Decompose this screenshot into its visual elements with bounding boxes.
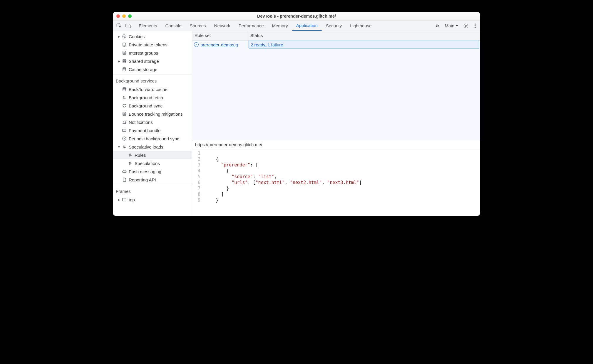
tab-console[interactable]: Console [161,21,186,31]
zoom-window-button[interactable] [128,14,132,18]
svg-point-12 [123,51,126,52]
application-sidebar: ▶Cookies▶Private state tokens▶Interest g… [113,31,192,216]
sidebar-item-label: Cache storage [129,67,158,72]
status-link[interactable]: 2 ready, 1 failure [251,42,283,47]
ruleset-link[interactable]: prerender-demos.g [200,42,238,47]
sidebar-item-rules[interactable]: ▶Rules [113,151,192,159]
code-content: { [205,156,218,162]
line-number: 5 [192,174,205,180]
sidebar-item-shared-storage[interactable]: ▶Shared storage [113,57,192,65]
code-line: 9 } [192,197,480,203]
sidebar-item-periodic-background-sync[interactable]: ▶Periodic background sync [113,134,192,143]
sidebar-item-push-messaging[interactable]: ▶Push messaging [113,167,192,176]
svg-point-6 [475,27,476,28]
svg-rect-17 [123,129,126,132]
db-icon [122,111,127,117]
svg-point-16 [123,112,126,113]
sidebar-item-label: Speculations [135,161,160,166]
toolbar: ElementsConsoleSourcesNetworkPerformance… [113,21,480,31]
sidebar-item-label: Push messaging [129,169,161,174]
code-viewer[interactable]: 12 {3 "prerender": [4 {5 "source": "list… [192,149,480,216]
code-line: 1 [192,150,480,156]
db-icon [122,42,127,47]
bell-icon [122,119,127,125]
sidebar-item-payment-handler[interactable]: ▶Payment handler [113,126,192,134]
svg-point-3 [465,25,467,26]
code-line: 3 "prerender": [ [192,162,480,168]
chevron-down-icon: ▼ [117,145,121,149]
close-window-button[interactable] [116,14,120,18]
sidebar-item-label: Private state tokens [129,42,167,47]
main-area: ▶Cookies▶Private state tokens▶Interest g… [113,31,480,216]
sidebar-item-background-fetch[interactable]: ▶Background fetch [113,93,192,102]
card-icon [122,128,127,133]
inspect-element-icon[interactable] [116,23,122,29]
sidebar-item-bounce-tracking-mitigations[interactable]: ▶Bounce tracking mitigations [113,110,192,118]
code-content: { [205,168,229,174]
tab-elements[interactable]: Elements [135,21,161,31]
cell-status[interactable]: 2 ready, 1 failure [249,41,479,48]
kebab-menu-icon[interactable] [472,23,478,29]
table-header: Rule set Status [192,31,480,41]
table-row[interactable]: ✓ prerender-demos.g2 ready, 1 failure [192,41,480,49]
tab-lighthouse[interactable]: Lighthouse [346,21,376,31]
col-header-status: Status [248,31,480,40]
code-content: "prerender": [ [205,162,258,168]
cloud-icon [122,169,127,174]
more-tabs-icon[interactable] [434,23,440,29]
detail-url: https://prerender-demos.glitch.me/ [192,140,480,149]
sidebar-item-reporting-api[interactable]: ▶Reporting API [113,176,192,184]
sidebar-item-label: Rules [135,153,146,158]
sidebar-item-cookies[interactable]: ▶Cookies [113,32,192,41]
ruleset-table: Rule set Status ✓ prerender-demos.g2 rea… [192,31,480,140]
chevron-right-icon: ▶ [117,60,121,63]
col-header-ruleset: Rule set [192,31,248,40]
sidebar-item-background-sync[interactable]: ▶Background sync [113,102,192,110]
db-icon [122,87,127,92]
sidebar-item-speculative-loads[interactable]: ▼Speculative loads [113,143,192,151]
clock-icon [122,136,127,141]
code-line: 8 ] [192,191,480,197]
tab-performance[interactable]: Performance [234,21,268,31]
chevron-right-icon: ▶ [117,198,121,201]
sidebar-item-label: Shared storage [129,59,159,64]
sidebar-item-interest-groups[interactable]: ▶Interest groups [113,49,192,57]
code-line: 2 { [192,156,480,162]
table-body: ✓ prerender-demos.g2 ready, 1 failure [192,41,480,140]
settings-icon[interactable] [463,23,469,29]
svg-point-13 [123,59,126,60]
sidebar-scroll[interactable]: ▶Cookies▶Private state tokens▶Interest g… [113,31,192,216]
svg-point-4 [475,23,476,25]
minimize-window-button[interactable] [122,14,126,18]
tab-security[interactable]: Security [322,21,346,31]
frame-icon [122,197,127,202]
tab-network[interactable]: Network [210,21,234,31]
target-selector[interactable]: Main [443,23,460,28]
svg-point-9 [125,36,125,37]
status-ok-icon: ✓ [194,42,199,47]
svg-rect-2 [129,25,131,28]
sidebar-item-top[interactable]: ▶top [113,196,192,204]
device-toolbar-icon[interactable] [125,23,132,29]
code-content: } [205,197,218,203]
sidebar-item-back-forward-cache[interactable]: ▶Back/forward cache [113,85,192,93]
sidebar-item-private-state-tokens[interactable]: ▶Private state tokens [113,41,192,49]
sidebar-item-label: Bounce tracking mitigations [129,112,182,117]
sidebar-item-cache-storage[interactable]: ▶Cache storage [113,65,192,73]
sidebar-item-notifications[interactable]: ▶Notifications [113,118,192,126]
db-icon [122,67,127,72]
sidebar-item-label: Back/forward cache [129,87,167,92]
sidebar-item-label: Periodic background sync [129,136,179,141]
tab-application[interactable]: Application [292,21,322,31]
sidebar-section-header: Background services [113,75,192,85]
sidebar-item-speculations[interactable]: ▶Speculations [113,159,192,167]
cookie-icon [122,34,127,39]
tab-memory[interactable]: Memory [268,21,292,31]
cell-ruleset[interactable]: ✓ prerender-demos.g [192,41,248,49]
sync-icon [122,103,127,108]
updown-icon [122,144,127,149]
sidebar-item-label: Background sync [129,103,163,108]
tab-sources[interactable]: Sources [186,21,210,31]
line-number: 8 [192,191,205,197]
updown-icon [128,152,133,158]
